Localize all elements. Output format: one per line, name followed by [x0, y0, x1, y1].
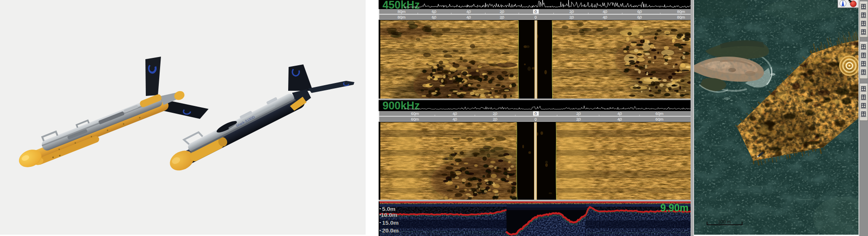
svg-text:9.90m: 9.90m: [660, 202, 688, 214]
svg-text:15.0m: 15.0m: [382, 220, 399, 226]
svg-text:900kHz: 900kHz: [383, 99, 420, 112]
svg-text:10.0m: 10.0m: [381, 212, 397, 218]
svg-text:5.0m: 5.0m: [382, 206, 395, 212]
svg-text:100 m: 100 m: [718, 219, 731, 224]
svg-text:20.0m: 20.0m: [382, 227, 399, 234]
